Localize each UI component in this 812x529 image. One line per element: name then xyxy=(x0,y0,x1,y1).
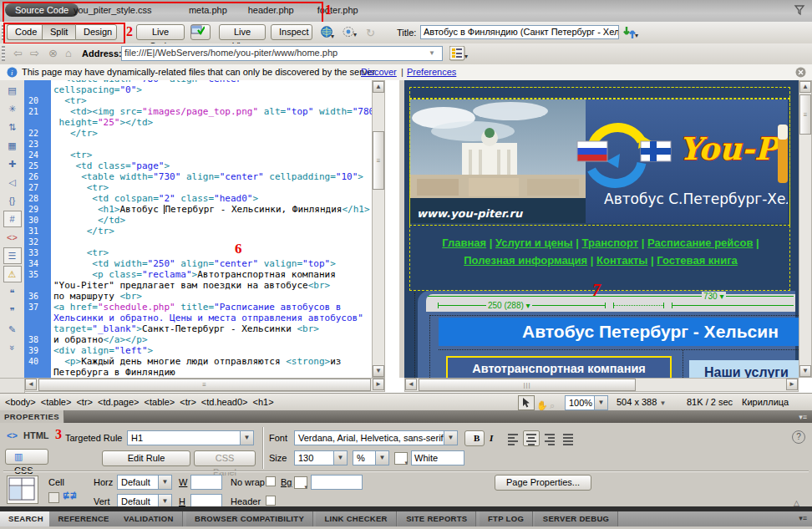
site-nav-link[interactable]: Главная xyxy=(442,237,486,249)
split-cell-icon[interactable]: ⋢⋣ xyxy=(63,491,77,500)
italic-button[interactable]: I xyxy=(490,433,493,443)
size-select[interactable]: 130▼ xyxy=(294,450,348,465)
close-info-bar-icon[interactable] xyxy=(795,67,806,78)
code-line[interactable]: 22 </tr> xyxy=(24,128,385,139)
code-line[interactable]: 35 <p class="reclama">Автотранспортная к… xyxy=(24,269,385,280)
code-scroll-thumb[interactable]: ≡ xyxy=(373,131,384,190)
window-size-value[interactable]: 504 x 388 ▼ xyxy=(617,394,666,412)
results-tab-link-checker[interactable]: LINK CHECKER xyxy=(316,511,396,526)
results-tab-search[interactable]: SEARCH xyxy=(0,511,53,526)
tag-selector-item[interactable]: <tr> xyxy=(180,397,196,407)
help-icon[interactable]: ? xyxy=(792,430,805,444)
code-line[interactable]: 37<a href="schedule.php" title="Расписан… xyxy=(24,302,385,313)
table-width-value[interactable]: 730 ▾ xyxy=(702,292,726,301)
address-bar-drag-handle[interactable] xyxy=(2,46,5,61)
code-line[interactable]: 29 <h1>Автобус Петербург - Хельсинки, Фи… xyxy=(24,204,385,215)
inspect-mode-icon[interactable]: ▾ xyxy=(343,26,358,38)
code-line[interactable]: Петербурга в Финляндию xyxy=(24,367,385,378)
code-line[interactable]: Хельсинки и обратно. Цены и места отправ… xyxy=(24,313,385,323)
site-nav-link[interactable]: Гостевая книга xyxy=(657,254,738,267)
design-hscroll-thumb[interactable]: ||| xyxy=(419,379,636,391)
code-navigator-icon[interactable]: ✳ xyxy=(3,100,22,117)
tag-selector-item[interactable]: <body> xyxy=(5,397,36,407)
magnification-select[interactable]: 100%▼ xyxy=(565,395,608,410)
code-line[interactable]: cellspacing="0"> xyxy=(24,84,385,95)
size-unit-select[interactable]: %▼ xyxy=(353,450,389,465)
address-input[interactable]: file:///E|/WebServers/home/you-piter/www… xyxy=(121,46,443,61)
forward-icon[interactable]: ⇨ xyxy=(30,47,39,59)
scroll-right-icon[interactable]: ► xyxy=(786,379,798,390)
code-line[interactable]: 25 <td class="page"> xyxy=(24,160,385,171)
title-input[interactable]: Автобус в Финляндию (Санкт Петербург - Х… xyxy=(420,25,619,39)
select-parent-tag-icon[interactable]: ◁ xyxy=(3,174,22,191)
view-options-icon[interactable]: ▾ xyxy=(449,46,469,61)
site-nav-link[interactable]: Контакты xyxy=(596,254,647,267)
tag-selector-item[interactable]: <table> xyxy=(145,397,175,407)
bg-color-swatch[interactable] xyxy=(294,476,307,489)
results-tab-browser-compatibility[interactable]: BROWSER COMPATIBILITY xyxy=(186,511,313,526)
stop-icon[interactable]: ⊗ xyxy=(48,47,58,59)
design-vertical-scrollbar[interactable]: ▲ ≡ ▼ xyxy=(799,80,812,378)
css-panel-button[interactable]: CSS Panel xyxy=(194,450,256,466)
header-checkbox[interactable] xyxy=(266,496,276,506)
column-width-value[interactable]: 250 (288) ▾ xyxy=(486,301,532,310)
css-mode-button[interactable]: ▥ CSS xyxy=(5,449,48,465)
scroll-down-icon[interactable]: ▼ xyxy=(799,365,811,377)
related-file-tab[interactable]: footer.php xyxy=(317,5,358,15)
file-management-icon[interactable]: ▾ xyxy=(622,26,639,39)
code-line[interactable]: 21 <td><img src="images/page_top.png" al… xyxy=(24,106,385,117)
site-nav-link[interactable]: Расписание рейсов xyxy=(647,237,753,249)
syntax-error-alerts-icon[interactable]: ⚠ xyxy=(3,266,22,282)
site-nav-link[interactable]: Услуги и цены xyxy=(495,237,573,249)
align-justify-icon[interactable] xyxy=(560,430,576,446)
preferences-link[interactable]: Preferences xyxy=(407,64,456,79)
code-line[interactable]: target="_blank">Санкт-Петербург - Хельси… xyxy=(24,323,385,334)
table-width-bar[interactable]: 730 ▾ 250 (288) ▾ xyxy=(426,294,795,312)
edit-rule-button[interactable]: Edit Rule xyxy=(102,450,190,466)
tag-selector-item[interactable]: <td.head0> xyxy=(201,397,248,407)
collapse-selection-icon[interactable]: ▦ xyxy=(3,137,22,154)
code-line[interactable]: 40 <p>Каждый день многие люди отправляют… xyxy=(24,356,385,367)
align-right-icon[interactable] xyxy=(541,430,558,446)
tag-selector-item[interactable]: <table> xyxy=(41,397,72,407)
more-icon[interactable]: » xyxy=(4,338,21,357)
align-center-icon[interactable] xyxy=(523,430,540,446)
filter-related-files-icon[interactable] xyxy=(794,4,805,16)
format-source-icon[interactable]: ✎ xyxy=(3,321,22,338)
live-code-button[interactable]: Live Code xyxy=(136,24,185,40)
design-scroll-thumb[interactable]: ≡ xyxy=(799,94,811,135)
design-view[interactable]: www.you-piter.ru You-Piter Автобус С.Пет… xyxy=(399,80,804,378)
font-select[interactable]: Verdana, Arial, Helvetica, sans-serif▼ xyxy=(294,430,458,445)
home-icon[interactable]: ⌂ xyxy=(65,47,72,59)
targeted-rule-select[interactable]: H1▼ xyxy=(127,430,254,445)
results-tab-site-reports[interactable]: SITE REPORTS xyxy=(398,511,476,526)
apply-comment-icon[interactable]: ❝ xyxy=(3,284,22,301)
code-line[interactable]: 24 <tr> xyxy=(24,150,385,160)
page-heading[interactable]: Автобус Петербург - Хельсин xyxy=(439,318,804,346)
code-line[interactable]: height="25"></td> xyxy=(24,117,385,128)
panel-menu-icon[interactable]: ▾≡ xyxy=(799,413,807,421)
tag-selector-item[interactable]: <td.page> xyxy=(98,397,140,407)
code-line[interactable]: "You-Piter" предлагает вам поездки на ав… xyxy=(24,280,385,291)
bg-color-field[interactable] xyxy=(311,475,363,490)
banner-image[interactable]: www.you-piter.ru You-Piter Автобус С.Пет… xyxy=(409,99,790,226)
properties-tab[interactable]: PROPERTIES xyxy=(0,410,64,423)
services-box[interactable]: Наши услуги xyxy=(689,360,804,378)
code-line[interactable]: 30 </td> xyxy=(24,215,385,226)
scroll-left-icon[interactable]: ◄ xyxy=(405,379,417,390)
merge-cells-icon[interactable] xyxy=(48,492,59,503)
design-horizontal-scrollbar[interactable]: ◄ ► ||| xyxy=(404,378,799,392)
align-left-icon[interactable] xyxy=(505,430,521,446)
address-dropdown-icon[interactable]: ▼ xyxy=(429,49,435,57)
code-line[interactable]: 39<div align="left"> xyxy=(24,345,385,356)
code-line[interactable]: 32 xyxy=(24,237,385,247)
no-wrap-checkbox[interactable] xyxy=(266,476,276,486)
code-line[interactable]: 36по маршруту <br> xyxy=(24,291,385,302)
code-line[interactable]: 26 <table width="730" align="center" cel… xyxy=(24,171,385,182)
select-tool-icon[interactable] xyxy=(518,395,535,410)
highlight-invalid-code-icon[interactable]: <> xyxy=(3,229,22,246)
results-tab-reference[interactable]: REFERENCE xyxy=(49,511,118,526)
page-properties-button[interactable]: Page Properties... xyxy=(495,475,591,491)
code-view[interactable]: <table width="780" align="center"cellspa… xyxy=(24,80,385,378)
open-documents-icon[interactable]: ▤ xyxy=(3,82,22,99)
